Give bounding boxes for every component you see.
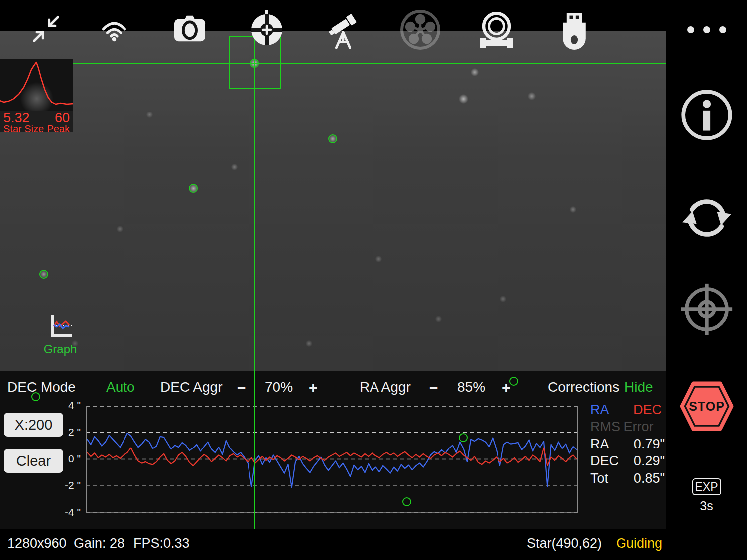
rms-tot-label: Tot (590, 471, 608, 486)
sidebar: STOP EXP 3s (666, 0, 747, 560)
filter-wheel-icon[interactable] (399, 9, 441, 51)
y-axis-tick-label: 4 " (68, 399, 81, 411)
faint-star (116, 225, 124, 233)
faint-star (146, 111, 153, 118)
status-gain: Gain: 28 (74, 536, 124, 551)
graph-toggle-button[interactable]: Graph (43, 313, 78, 355)
graph-icon (47, 313, 73, 339)
exposure-button[interactable]: EXP (692, 478, 721, 495)
info-icon[interactable] (679, 87, 735, 143)
ra-aggr-minus-button[interactable]: − (429, 379, 438, 396)
legend-dec: DEC (633, 402, 662, 418)
y-axis-tick-label: -4 " (65, 506, 81, 518)
star-peak-label: Peak (47, 123, 70, 135)
guiding-control-panel: DEC Mode Auto DEC Aggr − 70% + RA Aggr −… (0, 371, 666, 529)
select-star-target-icon[interactable] (248, 10, 286, 48)
usb-storage-icon[interactable] (560, 12, 588, 50)
faint-star (470, 68, 479, 77)
faint-star (231, 163, 238, 171)
faint-star (375, 255, 382, 263)
dec-aggr-minus-button[interactable]: − (237, 379, 246, 396)
dec-mode-label: DEC Mode (7, 379, 76, 395)
rms-tot-value: 0.85" (634, 471, 665, 486)
faint-star (435, 315, 442, 323)
wifi-icon[interactable] (99, 13, 129, 43)
status-resolution: 1280x960 (7, 536, 67, 551)
star-size-label: Star Size (3, 123, 44, 135)
app-window: 5.32 60 Star Size Peak Graph (0, 0, 747, 560)
dec-error-line (87, 448, 577, 466)
rms-error-title: RMS Error (590, 419, 665, 435)
faint-star (458, 94, 469, 104)
detected-star-circle[interactable] (250, 59, 259, 68)
refresh-loop-icon[interactable] (679, 190, 735, 246)
faint-star (527, 92, 536, 101)
rms-dec-value: 0.29" (634, 453, 665, 469)
dec-aggr-label: DEC Aggr (160, 379, 223, 395)
ra-aggr-value: 85% (457, 379, 485, 395)
rms-dec-label: DEC (590, 453, 619, 468)
detected-star-circle[interactable] (189, 184, 198, 193)
dec-aggr-plus-button[interactable]: + (309, 379, 318, 396)
crosshair-vertical-line (254, 31, 255, 529)
status-guiding-state: Guiding (616, 536, 662, 551)
crosshair-horizontal-line (0, 63, 666, 64)
more-ellipsis-icon[interactable] (684, 23, 730, 37)
clear-graph-button[interactable]: Clear (4, 449, 63, 473)
faint-star (569, 206, 577, 213)
faint-star (305, 340, 313, 347)
status-bar: 1280x960 Gain: 28 FPS:0.33 Star(490,62) … (0, 529, 747, 560)
faint-star (499, 295, 507, 303)
ra-error-line (87, 433, 577, 487)
camera-icon[interactable] (172, 13, 207, 44)
dec-aggr-value: 70% (265, 379, 293, 395)
corrections-label: Corrections (548, 379, 619, 395)
detected-star-circle[interactable] (459, 433, 468, 442)
y-axis-tick-label: 2 " (68, 426, 81, 438)
status-star-position: Star(490,62) (527, 536, 602, 551)
ra-aggr-label: RA Aggr (360, 379, 411, 395)
guide-scope-icon[interactable] (477, 12, 516, 49)
rms-ra-value: 0.79" (634, 437, 665, 452)
star-profile-panel: 5.32 60 Star Size Peak (0, 59, 73, 132)
detected-star-circle[interactable] (31, 392, 40, 401)
graph-button-label: Graph (43, 342, 78, 356)
detected-star-circle[interactable] (402, 497, 411, 506)
rms-ra-label: RA (590, 437, 609, 451)
stop-button-label: STOP (689, 399, 725, 413)
compress-icon[interactable] (31, 14, 61, 44)
corrections-hide-button[interactable]: Hide (624, 379, 653, 395)
detected-star-circle[interactable] (328, 134, 337, 143)
telescope-align-icon[interactable] (325, 12, 361, 49)
y-axis-tick-label: -2 " (65, 479, 81, 491)
legend-ra: RA (590, 402, 609, 417)
x-scale-button[interactable]: X:200 (4, 413, 63, 437)
stop-button[interactable]: STOP (679, 380, 735, 433)
exposure-value: 3s (666, 499, 747, 513)
status-fps: FPS:0.33 (133, 536, 190, 551)
detected-star-circle[interactable] (39, 270, 48, 279)
detected-star-circle[interactable] (509, 377, 518, 386)
dec-mode-value-button[interactable]: Auto (106, 379, 135, 395)
guiding-error-chart (86, 406, 578, 513)
crosshair-target-icon[interactable] (677, 280, 736, 338)
star-profile-curve (0, 59, 73, 111)
y-axis-tick-label: 0 " (68, 453, 81, 465)
